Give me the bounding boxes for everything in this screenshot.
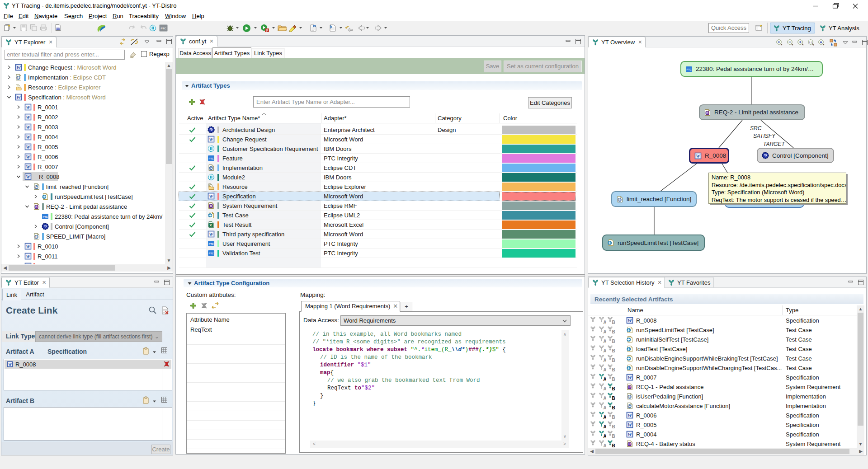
svg-text:1:1: 1:1	[809, 41, 813, 44]
svg-text:A: A	[604, 329, 607, 334]
svg-text:A: A	[604, 358, 607, 362]
svg-text:B: B	[612, 415, 615, 419]
svg-text:A: A	[604, 339, 607, 343]
svg-text:B: B	[612, 386, 615, 391]
svg-text:A: A	[820, 40, 822, 44]
svg-text:A: A	[604, 424, 607, 429]
svg-text:B: B	[612, 367, 615, 372]
svg-text:A: A	[604, 377, 607, 381]
svg-text:A: A	[604, 396, 607, 400]
svg-text:A: A	[604, 386, 607, 391]
svg-text:A: A	[604, 415, 607, 419]
svg-text:B: B	[612, 320, 615, 324]
svg-text:B: B	[612, 396, 615, 400]
svg-text:B: B	[612, 348, 615, 353]
svg-text:A: A	[604, 367, 607, 372]
svg-text:B: B	[612, 339, 615, 343]
svg-text:010: 010	[56, 28, 60, 30]
svg-text:A: A	[604, 348, 607, 353]
svg-text:B: B	[612, 377, 615, 381]
svg-text:A: A	[604, 405, 607, 410]
svg-text:A: A	[604, 434, 607, 438]
svg-text:B: B	[612, 434, 615, 438]
svg-text:B: B	[612, 329, 615, 334]
svg-text:B: B	[612, 405, 615, 410]
svg-text:B: B	[612, 443, 615, 448]
svg-text:B: B	[612, 424, 615, 429]
svg-text:B: B	[612, 358, 615, 362]
svg-text:PTC: PTC	[161, 27, 167, 30]
svg-text:A: A	[604, 443, 607, 448]
svg-text:A: A	[604, 320, 607, 324]
